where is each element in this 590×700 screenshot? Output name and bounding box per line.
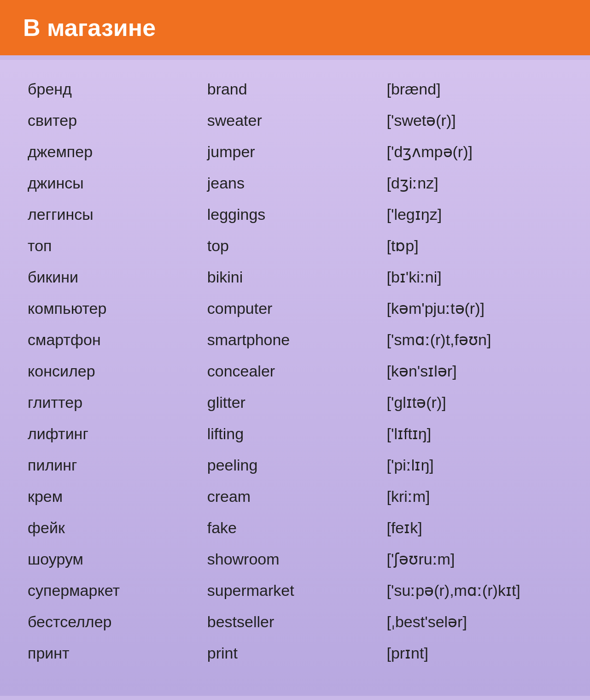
russian-word: шоурум — [23, 543, 203, 575]
table-row: фейкfake[feɪk] — [23, 512, 567, 543]
russian-word: фейк — [23, 512, 203, 543]
transcription: ['suːpə(r),mɑː(r)kɪt] — [382, 575, 567, 606]
russian-word: консилер — [23, 355, 203, 387]
english-word: leggings — [203, 199, 382, 230]
table-row: консилерconcealer[kən'sɪlər] — [23, 355, 567, 387]
russian-word: принт — [23, 637, 203, 669]
table-row: свитерsweater['swetə(r)] — [23, 105, 567, 136]
transcription: ['swetə(r)] — [382, 105, 567, 136]
transcription: ['legɪŋz] — [382, 199, 567, 230]
transcription: [kriːm] — [382, 481, 567, 512]
russian-word: леггинсы — [23, 199, 203, 230]
transcription: ['piːlɪŋ] — [382, 449, 567, 481]
transcription: ['glɪtə(r)] — [382, 387, 567, 418]
russian-word: смартфон — [23, 324, 203, 355]
table-row: глиттерglitter['glɪtə(r)] — [23, 387, 567, 418]
english-word: bestseller — [203, 606, 382, 637]
russian-word: бренд — [23, 74, 203, 105]
table-row: смартфонsmartphone['smɑː(r)t,fəʊn] — [23, 324, 567, 355]
table-row: джинсыjeans[dʒiːnz] — [23, 167, 567, 199]
english-word: fake — [203, 512, 382, 543]
table-row: шоурумshowroom['ʃəʊruːm] — [23, 543, 567, 575]
russian-word: джинсы — [23, 167, 203, 199]
english-word: computer — [203, 293, 382, 324]
english-word: concealer — [203, 355, 382, 387]
english-word: brand — [203, 74, 382, 105]
english-word: top — [203, 230, 382, 261]
transcription: [feɪk] — [382, 512, 567, 543]
russian-word: пилинг — [23, 449, 203, 481]
table-row: компьютерcomputer[kəm'pjuːtə(r)] — [23, 293, 567, 324]
transcription: [kən'sɪlər] — [382, 355, 567, 387]
english-word: lifting — [203, 418, 382, 449]
transcription: ['lɪftɪŋ] — [382, 418, 567, 449]
transcription: ['dʒʌmpə(r)] — [382, 136, 567, 167]
english-word: smartphone — [203, 324, 382, 355]
transcription: ['smɑː(r)t,fəʊn] — [382, 324, 567, 355]
table-row: лифтингlifting['lɪftɪŋ] — [23, 418, 567, 449]
russian-word: крем — [23, 481, 203, 512]
transcription: ['ʃəʊruːm] — [382, 543, 567, 575]
english-word: bikini — [203, 261, 382, 293]
russian-word: глиттер — [23, 387, 203, 418]
russian-word: супермаркет — [23, 575, 203, 606]
transcription: [prɪnt] — [382, 637, 567, 669]
table-row: топtop[tɒp] — [23, 230, 567, 261]
table-row: принтprint[prɪnt] — [23, 637, 567, 669]
english-word: showroom — [203, 543, 382, 575]
english-word: jumper — [203, 136, 382, 167]
transcription: [brænd] — [382, 74, 567, 105]
english-word: sweater — [203, 105, 382, 136]
table-row: супермаркетsupermarket['suːpə(r),mɑː(r)k… — [23, 575, 567, 606]
table-row: леггинсыleggings['legɪŋz] — [23, 199, 567, 230]
english-word: glitter — [203, 387, 382, 418]
transcription: [kəm'pjuːtə(r)] — [382, 293, 567, 324]
table-row: бестселлерbestseller[ˌbest'selər] — [23, 606, 567, 637]
english-word: jeans — [203, 167, 382, 199]
russian-word: топ — [23, 230, 203, 261]
transcription: [bɪ'kiːni] — [382, 261, 567, 293]
english-word: cream — [203, 481, 382, 512]
russian-word: свитер — [23, 105, 203, 136]
table-row: пилингpeeling['piːlɪŋ] — [23, 449, 567, 481]
russian-word: компьютер — [23, 293, 203, 324]
table-row: брендbrand[brænd] — [23, 74, 567, 105]
page-header: В магазине — [0, 0, 590, 55]
table-row: кремcream[kriːm] — [23, 481, 567, 512]
vocabulary-table: брендbrand[brænd]свитерsweater['swetə(r)… — [23, 74, 567, 669]
english-word: print — [203, 637, 382, 669]
content-area: брендbrand[brænd]свитерsweater['swetə(r)… — [0, 60, 590, 696]
transcription: [ˌbest'selər] — [382, 606, 567, 637]
russian-word: бестселлер — [23, 606, 203, 637]
russian-word: бикини — [23, 261, 203, 293]
table-row: бикиниbikini[bɪ'kiːni] — [23, 261, 567, 293]
russian-word: джемпер — [23, 136, 203, 167]
english-word: supermarket — [203, 575, 382, 606]
russian-word: лифтинг — [23, 418, 203, 449]
transcription: [dʒiːnz] — [382, 167, 567, 199]
transcription: [tɒp] — [382, 230, 567, 261]
english-word: peeling — [203, 449, 382, 481]
page-title: В магазине — [23, 14, 567, 41]
table-row: джемперjumper['dʒʌmpə(r)] — [23, 136, 567, 167]
